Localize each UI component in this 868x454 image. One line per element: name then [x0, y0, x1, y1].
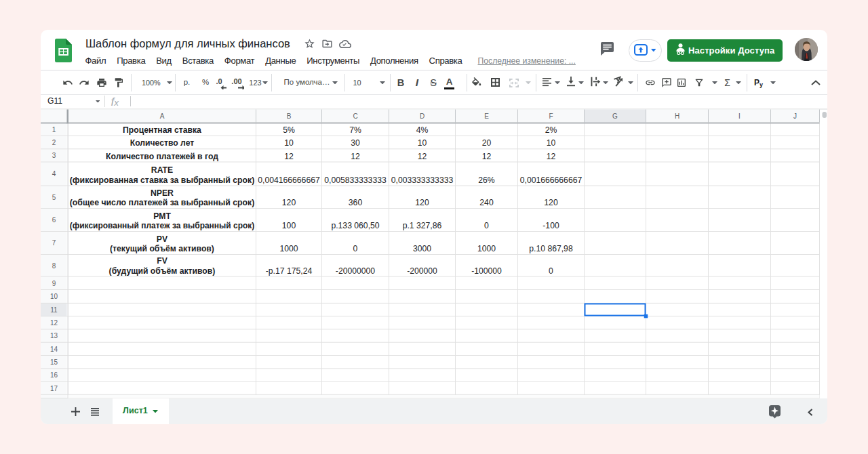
svg-text:120: 120	[282, 198, 296, 207]
svg-text:0,001666666667: 0,001666666667	[520, 176, 583, 185]
svg-text:Количество платежей в год: Количество платежей в год	[106, 152, 218, 161]
svg-text:12: 12	[547, 152, 556, 161]
svg-text:4%: 4%	[416, 125, 429, 135]
svg-text:15: 15	[50, 358, 58, 366]
svg-text:240: 240	[479, 198, 494, 207]
svg-text:E: E	[484, 112, 489, 120]
svg-text:0: 0	[353, 244, 358, 253]
svg-text:11: 11	[50, 306, 58, 314]
svg-text:14: 14	[50, 346, 58, 353]
svg-text:0,004166666667: 0,004166666667	[258, 176, 320, 185]
svg-text:3000: 3000	[413, 244, 431, 253]
svg-text:1000: 1000	[279, 244, 298, 253]
svg-text:10: 10	[50, 293, 58, 300]
svg-text:-20000000: -20000000	[336, 266, 376, 276]
svg-text:12: 12	[351, 152, 360, 161]
svg-text:20: 20	[482, 138, 492, 148]
svg-text:16: 16	[50, 371, 58, 379]
svg-text:12: 12	[418, 152, 427, 161]
svg-text:(текущий объём активов): (текущий объём активов)	[110, 244, 214, 253]
svg-text:10: 10	[418, 138, 427, 148]
svg-text:12: 12	[50, 319, 58, 327]
svg-text:30: 30	[351, 138, 360, 148]
svg-text:I: I	[738, 112, 741, 120]
svg-text:(будущий объём активов): (будущий объём активов)	[109, 266, 216, 276]
svg-text:2%: 2%	[545, 125, 557, 135]
svg-text:D: D	[420, 112, 425, 120]
svg-text:120: 120	[415, 198, 429, 207]
svg-text:12: 12	[284, 152, 294, 161]
svg-text:FV: FV	[157, 256, 167, 266]
svg-text:A: A	[160, 112, 165, 120]
svg-text:-100: -100	[542, 221, 559, 230]
svg-text:PMT: PMT	[153, 211, 171, 221]
svg-text:(общее число платежей за выбра: (общее число платежей за выбранный срок)	[70, 198, 255, 207]
svg-text:3: 3	[52, 152, 56, 159]
svg-text:6: 6	[52, 216, 56, 224]
svg-text:H: H	[675, 112, 679, 120]
svg-text:0,003333333333: 0,003333333333	[391, 176, 454, 185]
svg-text:0: 0	[549, 266, 553, 276]
svg-text:100: 100	[282, 221, 296, 230]
svg-text:-200000: -200000	[407, 266, 437, 276]
svg-text:10: 10	[547, 138, 556, 148]
svg-text:5%: 5%	[283, 125, 295, 135]
svg-text:1000: 1000	[477, 244, 496, 253]
svg-text:р.133 060,50: р.133 060,50	[331, 221, 379, 230]
svg-text:26%: 26%	[478, 176, 495, 185]
svg-text:(фиксированная ставка за выбра: (фиксированная ставка за выбранный срок)	[70, 176, 255, 185]
svg-text:4: 4	[52, 170, 56, 178]
svg-text:C: C	[353, 112, 357, 120]
svg-text:7: 7	[52, 239, 56, 247]
svg-text:RATE: RATE	[151, 165, 173, 175]
svg-text:10: 10	[284, 138, 294, 148]
svg-text:0: 0	[484, 221, 489, 230]
svg-text:1: 1	[52, 126, 56, 133]
svg-text:Количество лет: Количество лет	[130, 138, 195, 148]
svg-text:7%: 7%	[349, 125, 361, 135]
svg-text:PV: PV	[157, 234, 168, 244]
svg-text:12: 12	[482, 152, 492, 161]
svg-text:(фиксированный платеж за выбра: (фиксированный платеж за выбранный срок)	[70, 221, 255, 230]
svg-text:13: 13	[50, 332, 58, 339]
svg-text:F: F	[549, 112, 553, 120]
svg-text:р.1 327,86: р.1 327,86	[403, 221, 442, 230]
svg-text:0,005833333333: 0,005833333333	[324, 176, 387, 185]
svg-text:G: G	[612, 112, 618, 120]
svg-text:B: B	[287, 112, 292, 120]
svg-text:120: 120	[544, 198, 558, 207]
svg-text:5: 5	[52, 194, 56, 201]
svg-text:NPER: NPER	[151, 188, 174, 198]
svg-text:Процентная ставка: Процентная ставка	[123, 125, 201, 135]
svg-text:-100000: -100000	[471, 266, 502, 276]
svg-text:2: 2	[52, 139, 56, 146]
svg-text:17: 17	[50, 385, 58, 392]
svg-text:р.10 867,98: р.10 867,98	[529, 244, 573, 253]
svg-text:9: 9	[52, 280, 56, 287]
svg-text:-р.17 175,24: -р.17 175,24	[266, 266, 313, 276]
svg-text:J: J	[793, 112, 797, 120]
svg-text:8: 8	[52, 262, 56, 270]
svg-text:360: 360	[349, 198, 363, 207]
